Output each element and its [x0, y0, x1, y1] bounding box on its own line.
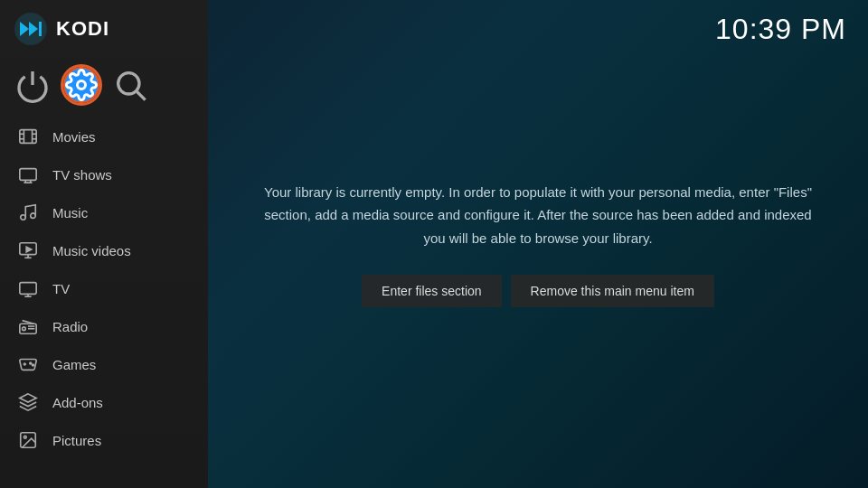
sidebar-item-tv[interactable]: TV	[0, 269, 208, 307]
sidebar-item-movies[interactable]: Movies	[0, 117, 208, 155]
sidebar-item-addons[interactable]: Add-ons	[0, 383, 208, 421]
sidebar-header: KODI	[0, 0, 208, 58]
musicvideos-label: Music videos	[52, 243, 131, 258]
settings-icon-button[interactable]	[63, 67, 99, 103]
movies-label: Movies	[52, 129, 96, 145]
sidebar-item-musicvideos[interactable]: Music videos	[0, 231, 208, 269]
svg-point-19	[31, 213, 36, 219]
sidebar-item-tvshows[interactable]: TV shows	[0, 155, 208, 193]
tvshows-icon	[18, 164, 38, 184]
svg-rect-14	[20, 169, 36, 181]
games-icon	[18, 354, 38, 374]
svg-point-33	[33, 364, 34, 366]
clock-display: 10:39 PM	[715, 13, 846, 46]
sidebar-nav: Movies TV shows	[0, 117, 208, 459]
app-title: KODI	[56, 17, 109, 41]
enter-files-button[interactable]: Enter files section	[362, 275, 502, 307]
addons-icon	[18, 392, 38, 412]
games-label: Games	[52, 357, 96, 372]
pictures-label: Pictures	[52, 433, 101, 448]
svg-rect-7	[20, 130, 36, 144]
svg-point-32	[30, 362, 32, 364]
svg-point-4	[78, 81, 86, 89]
addons-label: Add-ons	[52, 395, 103, 410]
pictures-icon	[18, 430, 38, 450]
music-icon	[18, 202, 38, 222]
tv-label: TV	[52, 281, 70, 296]
svg-point-5	[118, 73, 139, 94]
empty-library-panel: Your library is currently empty. In orde…	[208, 0, 868, 488]
action-buttons-row: Enter files section Remove this main men…	[362, 275, 714, 307]
svg-point-35	[24, 436, 26, 438]
kodi-logo	[14, 13, 47, 45]
tv-icon	[18, 278, 38, 298]
movies-icon	[18, 127, 38, 146]
tvshows-label: TV shows	[52, 167, 112, 183]
power-icon-button[interactable]	[14, 67, 51, 103]
svg-marker-21	[26, 247, 32, 252]
top-icons-row	[0, 58, 208, 117]
svg-line-6	[137, 92, 146, 100]
svg-point-18	[21, 215, 26, 221]
sidebar-item-music[interactable]: Music	[0, 193, 208, 231]
main-content: 10:39 PM Your library is currently empty…	[208, 0, 868, 488]
sidebar-item-games[interactable]: Games	[0, 345, 208, 383]
empty-library-message: Your library is currently empty. In orde…	[262, 181, 814, 250]
search-icon-button[interactable]	[112, 67, 148, 103]
sidebar-item-radio[interactable]: Radio	[0, 307, 208, 345]
radio-icon	[18, 316, 38, 336]
sidebar: KODI	[0, 0, 208, 488]
svg-point-28	[23, 327, 26, 331]
radio-label: Radio	[52, 319, 88, 334]
music-label: Music	[52, 205, 88, 221]
svg-rect-24	[20, 283, 36, 295]
sidebar-item-pictures[interactable]: Pictures	[0, 421, 208, 459]
remove-menu-item-button[interactable]: Remove this main menu item	[511, 275, 714, 307]
svg-rect-3	[39, 22, 42, 36]
musicvideos-icon	[18, 240, 38, 260]
